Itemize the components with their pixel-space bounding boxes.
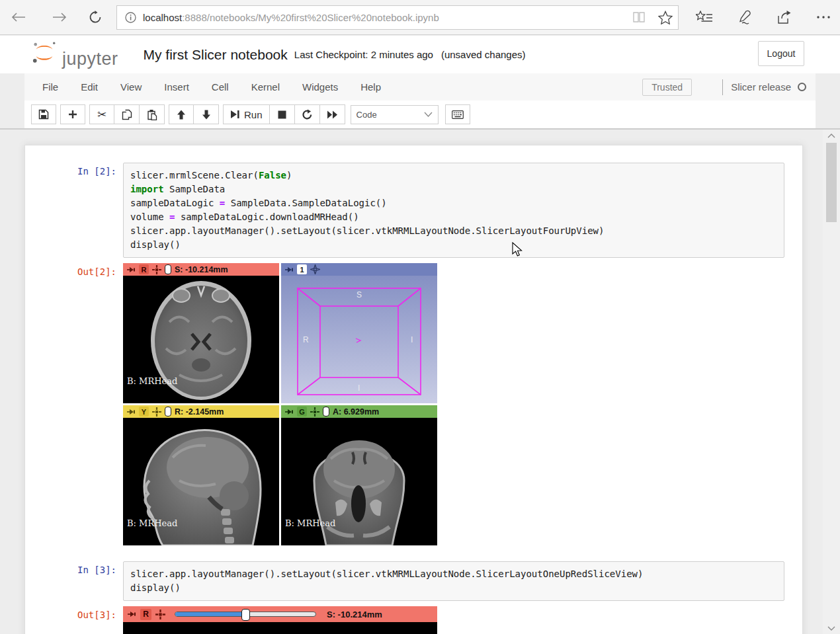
restart-kernel-button[interactable] [295, 104, 320, 124]
yellow-slice-header: Y R: -2.145mm [123, 405, 279, 418]
spin-view-icon[interactable] [310, 264, 320, 274]
cell-type-dropdown[interactable]: Code [351, 105, 439, 124]
threeD-view-header: 1 [281, 263, 437, 276]
menu-kernel[interactable]: Kernel [240, 73, 291, 100]
menu-file[interactable]: File [31, 73, 69, 100]
menubar-separator [722, 79, 723, 95]
paste-cell-button[interactable] [140, 104, 165, 124]
red-slice-image-clipped [123, 622, 437, 634]
arrow-down-icon [202, 110, 211, 120]
chevron-down-icon [424, 112, 433, 117]
red-slice-offset: S: -10.214mm [327, 610, 382, 619]
code-input-3[interactable]: slicer.app.layoutManager().setLayout(sli… [123, 561, 784, 601]
cell-type-value: Code [357, 110, 377, 120]
notebook-title[interactable]: My first Slicer notebook [144, 47, 288, 63]
browser-toolbar: localhost:8888/notebooks/My%20first%20Sl… [0, 0, 840, 35]
crosshair-icon[interactable] [155, 610, 165, 619]
url-text: localhost:8888/notebooks/My%20first%20Sl… [143, 12, 632, 23]
orientation-superior: S [357, 290, 362, 299]
code-cell-2[interactable]: In [2]: slicer.mrmlScene.Clear(False)imp… [25, 163, 784, 258]
slicer-oneup-red-view: R S: -10.214mm [123, 606, 437, 634]
run-cell-button[interactable]: Run [223, 104, 270, 124]
browser-refresh-button[interactable] [82, 4, 108, 30]
crosshair-icon[interactable] [152, 407, 161, 416]
pin-icon[interactable] [127, 611, 136, 617]
code-input-2[interactable]: slicer.mrmlScene.Clear(False)import Samp… [123, 163, 784, 258]
scroll-up-arrow[interactable] [823, 130, 840, 141]
keyboard-icon [452, 110, 464, 119]
red-view-letter[interactable]: R [140, 609, 151, 620]
kernel-idle-icon [798, 83, 806, 91]
cut-cell-button[interactable]: ✂ [89, 104, 114, 124]
green-view-letter[interactable]: G [297, 407, 307, 416]
yellow-slice-offset: R: -2.145mm [175, 407, 224, 416]
pin-icon[interactable] [284, 266, 294, 273]
yellow-slice-slider[interactable] [165, 407, 171, 416]
logout-button[interactable]: Logout [758, 41, 804, 66]
more-options-icon[interactable] [816, 15, 831, 19]
pin-icon[interactable] [126, 409, 136, 415]
browser-action-icons [696, 10, 835, 24]
menu-edit[interactable]: Edit [69, 73, 109, 100]
move-cell-up-button[interactable] [169, 104, 194, 124]
volume-label: B: MRHead [285, 518, 335, 528]
menu-view[interactable]: View [109, 73, 153, 100]
scroll-down-arrow[interactable] [823, 622, 840, 634]
url-path: :8888/notebooks/My%20first%20Slicer%20no… [182, 12, 439, 23]
jupyter-logo-text: jupyter [62, 49, 118, 69]
refresh-icon [88, 10, 103, 24]
site-info-icon[interactable] [125, 12, 136, 23]
menu-help[interactable]: Help [349, 73, 392, 100]
interrupt-kernel-button[interactable] [270, 104, 295, 124]
green-slice-slider[interactable] [323, 407, 329, 416]
crosshair-icon[interactable] [152, 265, 161, 274]
browser-back-button[interactable] [5, 4, 32, 30]
share-icon[interactable] [777, 10, 792, 24]
menu-insert[interactable]: Insert [153, 73, 200, 100]
red-view-letter[interactable]: R [139, 264, 149, 274]
move-cell-down-button[interactable] [194, 104, 219, 124]
run-button-label: Run [244, 109, 263, 120]
command-palette-button[interactable] [445, 104, 470, 124]
plus-icon [68, 110, 77, 119]
input-prompt: In [3]: [25, 561, 123, 601]
kernel-name: Slicer release [731, 81, 791, 93]
slider-thumb[interactable] [241, 609, 250, 621]
reading-view-icon[interactable] [632, 11, 646, 23]
menubar: File Edit View Insert Cell Kernel Widget… [24, 73, 816, 100]
scrollbar-thumb[interactable] [826, 143, 837, 222]
forward-arrow-icon [52, 12, 67, 22]
orientation-left-face: R [303, 335, 309, 344]
pin-icon[interactable] [126, 266, 136, 273]
crosshair-icon[interactable] [310, 407, 319, 416]
save-button[interactable] [31, 104, 56, 124]
favorites-hub-icon[interactable] [696, 11, 713, 24]
jupyter-logo[interactable]: jupyter [32, 40, 118, 69]
volume-label: B: MRHead [127, 376, 177, 386]
menu-cell[interactable]: Cell [200, 73, 240, 100]
menu-widgets[interactable]: Widgets [291, 73, 349, 100]
scissors-icon: ✂ [97, 109, 106, 120]
address-bar[interactable]: localhost:8888/notebooks/My%20first%20Sl… [116, 5, 679, 30]
favorite-star-icon[interactable] [658, 11, 673, 24]
restart-run-all-button[interactable] [320, 104, 345, 124]
restart-icon [302, 109, 313, 120]
slice-offset-slider[interactable] [175, 612, 316, 617]
pin-icon[interactable] [284, 409, 294, 415]
threeD-view-label[interactable]: 1 [297, 264, 307, 274]
add-cell-button[interactable] [60, 104, 85, 124]
browser-forward-button[interactable] [46, 4, 73, 30]
yellow-view-letter[interactable]: Y [139, 407, 149, 416]
trusted-button[interactable]: Trusted [642, 79, 692, 96]
save-icon [38, 109, 49, 120]
page-scrollbar[interactable] [823, 130, 840, 634]
code-cell-3[interactable]: In [3]: slicer.app.layoutManager().setLa… [25, 561, 784, 601]
output-prompt: Out[2]: [25, 263, 123, 545]
threeD-view: 1 S [281, 263, 437, 403]
fast-forward-icon [327, 110, 338, 119]
web-notes-pen-icon[interactable] [737, 10, 753, 24]
red-slice-offset: S: -10.214mm [175, 265, 228, 274]
copy-cell-button[interactable] [114, 104, 140, 124]
red-slice-slider[interactable] [165, 264, 171, 274]
paste-icon [147, 109, 157, 120]
